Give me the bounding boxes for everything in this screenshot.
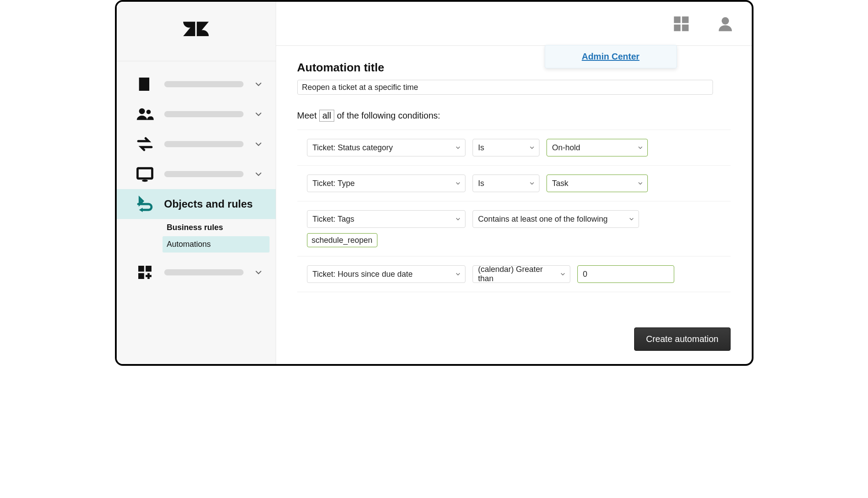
sidebar: Objects and rules Business rules Automat…	[117, 2, 276, 364]
condition-field-select[interactable]: Ticket: Hours since due date	[307, 265, 465, 283]
chevron-down-icon	[559, 271, 566, 278]
sidebar-item-label: Objects and rules	[164, 198, 253, 210]
zendesk-logo-icon	[183, 19, 209, 44]
sidebar-subnav: Business rules Automations	[117, 219, 276, 257]
condition-tag-value[interactable]: schedule_reopen	[307, 233, 377, 247]
automation-title-input[interactable]	[297, 80, 713, 95]
svg-rect-13	[682, 24, 688, 31]
admin-center-link[interactable]: Admin Center	[582, 52, 639, 61]
sidebar-item-people[interactable]	[117, 99, 276, 129]
sidebar-item-account[interactable]	[117, 69, 276, 99]
placeholder-bar	[164, 141, 244, 147]
condition-value-select[interactable]: On-hold	[547, 139, 648, 156]
condition-field-select[interactable]: Ticket: Status category	[307, 139, 465, 156]
chevron-down-icon	[528, 180, 536, 187]
svg-rect-10	[674, 16, 680, 23]
condition-operator-select[interactable]: Contains at least one of the following	[473, 210, 639, 228]
sidebar-nav: Objects and rules Business rules Automat…	[117, 61, 276, 287]
chevron-down-icon	[253, 169, 264, 179]
app-window: Objects and rules Business rules Automat…	[115, 0, 753, 366]
condition-row: Ticket: Status category Is On-hold	[297, 130, 731, 166]
match-mode-select[interactable]: all	[319, 110, 334, 122]
svg-rect-7	[138, 266, 144, 271]
condition-field-select[interactable]: Ticket: Type	[307, 175, 465, 192]
condition-value-input[interactable]	[577, 265, 674, 283]
profile-avatar-icon[interactable]	[717, 15, 734, 33]
chevron-down-icon	[253, 109, 264, 119]
placeholder-bar	[164, 111, 244, 117]
sidebar-item-workspaces[interactable]	[117, 159, 276, 189]
arrows-icon	[136, 135, 154, 153]
svg-rect-11	[682, 16, 688, 23]
subnav-automations[interactable]: Automations	[163, 236, 270, 253]
sidebar-item-channels[interactable]	[117, 129, 276, 159]
form-footer: Create automation	[276, 314, 752, 364]
apps-add-icon	[136, 264, 154, 281]
placeholder-bar	[164, 171, 244, 177]
brand-logo	[117, 2, 276, 61]
sidebar-item-objects-rules[interactable]: Objects and rules	[117, 189, 276, 219]
products-grid-icon[interactable]	[672, 15, 690, 33]
monitor-icon	[136, 165, 154, 183]
workflow-icon	[136, 195, 154, 213]
svg-point-5	[142, 180, 148, 182]
chevron-down-icon	[628, 216, 635, 223]
chevron-down-icon	[637, 144, 644, 151]
svg-rect-8	[145, 266, 151, 271]
people-icon	[136, 105, 154, 123]
main-pane: Admin Center Automation title Meet all o…	[276, 2, 752, 364]
chevron-down-icon	[454, 216, 462, 223]
chevron-down-icon	[454, 271, 462, 278]
svg-point-2	[139, 108, 144, 114]
svg-point-3	[146, 110, 151, 114]
svg-marker-6	[139, 208, 142, 212]
conditions-header: Meet all of the following conditions:	[297, 110, 731, 122]
condition-operator-select[interactable]: (calendar) Greater than	[473, 265, 570, 283]
create-automation-button[interactable]: Create automation	[634, 327, 731, 351]
automation-form: Automation title Meet all of the followi…	[276, 46, 752, 314]
sidebar-item-apps[interactable]	[117, 257, 276, 287]
condition-field-select[interactable]: Ticket: Tags	[307, 210, 465, 228]
chevron-down-icon	[637, 180, 644, 187]
meet-suffix: of the following conditions:	[337, 111, 440, 121]
condition-operator-select[interactable]: Is	[473, 175, 539, 192]
placeholder-bar	[164, 269, 244, 275]
condition-value-select[interactable]: Task	[547, 175, 648, 192]
chevron-down-icon	[253, 79, 264, 89]
chevron-down-icon	[253, 267, 264, 278]
topbar	[276, 2, 752, 46]
chevron-down-icon	[454, 180, 462, 187]
chevron-down-icon	[253, 139, 264, 149]
svg-point-14	[721, 17, 729, 25]
chevron-down-icon	[454, 144, 462, 151]
placeholder-bar	[164, 81, 244, 87]
svg-rect-12	[674, 24, 680, 31]
condition-row: Ticket: Hours since due date (calendar) …	[297, 256, 731, 292]
condition-operator-select[interactable]: Is	[473, 139, 539, 156]
conditions-list: Ticket: Status category Is On-hold	[297, 130, 731, 292]
condition-row: Ticket: Tags Contains at least one of th…	[297, 201, 731, 256]
meet-prefix: Meet	[297, 111, 317, 121]
svg-rect-9	[138, 273, 144, 279]
admin-center-popover: Admin Center	[545, 45, 677, 68]
svg-rect-4	[137, 168, 152, 178]
subnav-business-rules[interactable]: Business rules	[163, 219, 270, 236]
condition-row: Ticket: Type Is Task	[297, 166, 731, 201]
building-icon	[136, 75, 154, 93]
chevron-down-icon	[528, 144, 536, 151]
